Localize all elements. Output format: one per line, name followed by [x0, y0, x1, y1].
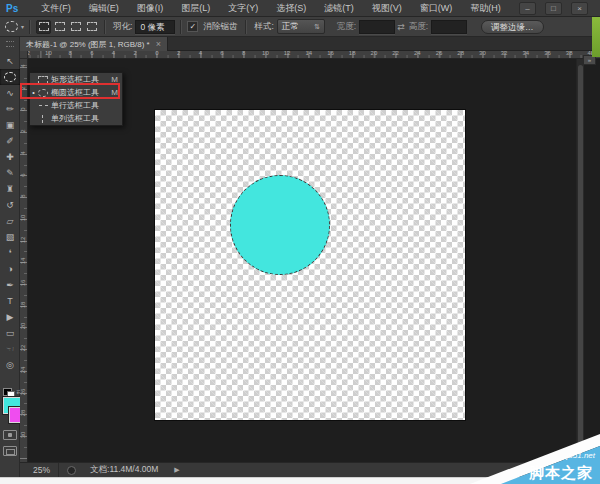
ruler-number: 30 [20, 431, 26, 439]
flyout-item-label: 单行选框工具 [51, 100, 118, 111]
document-size-label: 文档:11.4M/4.00M [90, 464, 158, 476]
ruler-number: 16 [327, 51, 334, 56]
ruler-number: 24 [20, 366, 26, 374]
ruler-number: 4 [112, 51, 115, 56]
menu-item-8[interactable]: 窗口(W) [411, 0, 462, 16]
red-highlight-annotation [20, 83, 120, 99]
style-label: 样式: [254, 21, 273, 33]
hand-tool[interactable]: ☜ [0, 341, 20, 357]
crop-tool[interactable]: ▣ [0, 117, 20, 133]
quick-mask-button[interactable] [3, 430, 17, 440]
add-to-selection-button[interactable] [52, 20, 67, 34]
flyout-item-3[interactable]: 单列选框工具 [30, 112, 122, 125]
pen-tool[interactable]: ✒ [0, 277, 20, 293]
refine-edge-button[interactable]: 调整边缘… [481, 20, 544, 34]
fi-row-icon [37, 105, 49, 107]
menu-item-9[interactable]: 帮助(H) [461, 0, 510, 16]
menu-items: 文件(F)编辑(E)图像(I)图层(L)文字(Y)选择(S)滤镜(T)视图(V)… [32, 0, 510, 16]
menu-item-1[interactable]: 编辑(E) [80, 0, 128, 16]
lasso-tool[interactable]: ∿ [0, 85, 20, 101]
toolbar-grip-icon[interactable] [6, 41, 14, 47]
clone-stamp-tool[interactable]: ♜ [0, 181, 20, 197]
menu-bar: Ps 文件(F)编辑(E)图像(I)图层(L)文字(Y)选择(S)滤镜(T)视图… [0, 0, 600, 17]
chevron-down-icon: ▾ [21, 23, 24, 30]
ruler-number: 0 [155, 51, 158, 56]
ruler-number: 8 [68, 51, 71, 56]
elliptical-marquee-tool[interactable] [0, 69, 20, 85]
new-selection-button[interactable] [36, 20, 51, 34]
swap-width-height-icon[interactable]: ⇄ [397, 22, 405, 32]
menu-item-7[interactable]: 视图(V) [363, 0, 411, 16]
gradient-tool[interactable]: ▧ [0, 229, 20, 245]
ruler-number: 6 [220, 51, 223, 56]
feather-input[interactable]: 0 像素 [135, 20, 175, 34]
anti-alias-checkbox[interactable]: ✓ [187, 21, 198, 32]
close-button[interactable]: × [571, 2, 588, 15]
tool-list: ↖∿✏▣✐✚✎♜↺▱▧❛◑✒T▶▭☜◎ [0, 53, 19, 373]
style-dropdown[interactable]: 正常 ⇅ [277, 19, 325, 34]
eyedropper-tool[interactable]: ✐ [0, 133, 20, 149]
watermark-name: 脚本之家 [529, 464, 593, 483]
ruler-number: 14 [305, 51, 312, 56]
history-brush-tool[interactable]: ↺ [0, 197, 20, 213]
flyout-item-2[interactable]: 单行选框工具 [30, 99, 122, 112]
screen-mode-button[interactable] [3, 446, 17, 456]
ruler-number: 12 [284, 51, 291, 56]
ruler-number: 26 [20, 388, 26, 396]
window-controls: – □ × [519, 2, 588, 15]
width-input[interactable] [359, 20, 395, 34]
menu-item-2[interactable]: 图像(I) [128, 0, 173, 16]
intersect-selection-button[interactable] [84, 20, 99, 34]
ruler-number: 28 [20, 409, 26, 417]
document-tab-title: 未标题-1 @ 25% (图层 1, RGB/8) * [26, 39, 150, 50]
ruler-number: 6 [20, 171, 26, 179]
ruler-number: 24 [414, 51, 421, 56]
canvas-transparent-background[interactable] [155, 110, 465, 420]
brush-tool[interactable]: ✎ [0, 165, 20, 181]
status-menu-arrow-icon[interactable]: ▶ [174, 466, 179, 474]
elliptical-selection[interactable] [230, 175, 330, 275]
vertical-scrollbar[interactable] [576, 59, 584, 462]
blur-tool[interactable]: ❛ [0, 245, 20, 261]
marquee-tools-flyout-menu: 矩形选框工具M•椭圆选框工具M单行选框工具单列选框工具 [29, 72, 123, 126]
ruler-number: 38 [566, 51, 573, 56]
menu-item-0[interactable]: 文件(F) [32, 0, 80, 16]
height-input[interactable] [431, 20, 467, 34]
document-tab[interactable]: 未标题-1 @ 25% (图层 1, RGB/8) * × [20, 37, 168, 51]
ruler-number: 26 [436, 51, 443, 56]
horizontal-ruler: 1210864202468101214161820222426283032343… [28, 51, 600, 59]
menu-item-5[interactable]: 选择(S) [267, 0, 315, 16]
move-tool[interactable]: ↖ [0, 53, 20, 69]
vertical-ruler: 42024681012141618202224262830 [20, 59, 28, 462]
quick-selection-tool[interactable]: ✏ [0, 101, 20, 117]
style-value: 正常 [282, 20, 299, 33]
shape-tool[interactable]: ▭ [0, 325, 20, 341]
path-selection-tool[interactable]: ▶ [0, 309, 20, 325]
dodge-tool[interactable]: ◑ [0, 261, 20, 277]
width-label: 宽度: [337, 21, 356, 33]
tool-preset-picker[interactable]: ▾ [5, 21, 24, 32]
ruler-number: 10 [20, 214, 26, 222]
healing-brush-tool[interactable]: ✚ [0, 149, 20, 165]
ruler-number: 34 [522, 51, 529, 56]
menu-item-3[interactable]: 图层(L) [172, 0, 219, 16]
ruler-number: 2 [20, 127, 26, 135]
fi-col-icon [37, 115, 49, 123]
maximize-button[interactable]: □ [545, 2, 562, 15]
eraser-tool[interactable]: ▱ [0, 213, 20, 229]
scrollbar-thumb[interactable] [578, 65, 583, 450]
default-colors-icon[interactable] [3, 388, 12, 396]
zoom-tool[interactable]: ◎ [0, 357, 20, 373]
tab-close-icon[interactable]: × [156, 40, 161, 49]
subtract-selection-icon [71, 22, 81, 31]
minimize-button[interactable]: – [519, 2, 536, 15]
menu-item-6[interactable]: 滤镜(T) [315, 0, 363, 16]
subtract-from-selection-button[interactable] [68, 20, 83, 34]
ruler-number: 10 [262, 51, 269, 56]
ruler-number: 12 [20, 236, 26, 244]
zoom-level-field[interactable]: 25% [33, 465, 50, 475]
updown-arrows-icon: ⇅ [314, 20, 320, 33]
ruler-number: 2 [177, 51, 180, 56]
menu-item-4[interactable]: 文字(Y) [219, 0, 267, 16]
type-tool[interactable]: T [0, 293, 20, 309]
